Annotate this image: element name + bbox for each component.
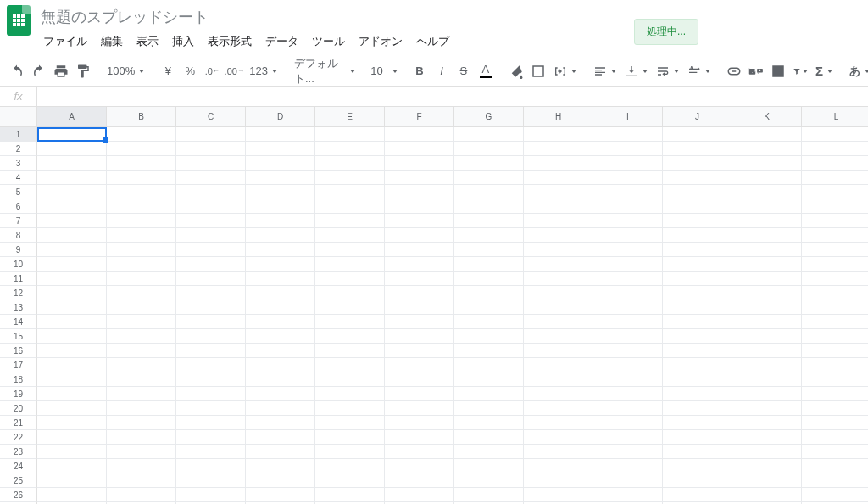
row-header-23[interactable]: 23 xyxy=(0,445,37,459)
text-wrap-dropdown[interactable] xyxy=(653,60,682,82)
cell-C13[interactable] xyxy=(176,300,246,315)
cell-L25[interactable] xyxy=(802,473,868,488)
cell-E18[interactable] xyxy=(315,372,385,387)
cell-A18[interactable] xyxy=(37,372,107,387)
cell-F16[interactable] xyxy=(385,344,454,358)
cell-G4[interactable] xyxy=(454,171,524,185)
cell-D8[interactable] xyxy=(246,228,315,243)
cell-D22[interactable] xyxy=(246,430,315,445)
cell-G23[interactable] xyxy=(454,445,524,459)
cell-K3[interactable] xyxy=(732,156,802,171)
cell-B12[interactable] xyxy=(107,286,176,300)
cell-C26[interactable] xyxy=(176,488,246,502)
cell-H13[interactable] xyxy=(524,300,593,315)
cell-E26[interactable] xyxy=(315,488,385,502)
cell-C24[interactable] xyxy=(176,459,246,473)
cell-D14[interactable] xyxy=(246,315,315,329)
cell-I12[interactable] xyxy=(593,286,663,300)
column-header-D[interactable]: D xyxy=(246,107,315,127)
column-header-I[interactable]: I xyxy=(593,107,663,127)
cell-B24[interactable] xyxy=(107,459,176,473)
cell-E20[interactable] xyxy=(315,401,385,416)
cell-E1[interactable] xyxy=(315,127,385,142)
cell-L13[interactable] xyxy=(802,300,868,315)
cell-K12[interactable] xyxy=(732,286,802,300)
cell-F9[interactable] xyxy=(385,243,454,257)
cell-F23[interactable] xyxy=(385,445,454,459)
cell-C23[interactable] xyxy=(176,445,246,459)
cell-A17[interactable] xyxy=(37,358,107,372)
cell-C16[interactable] xyxy=(176,344,246,358)
cell-B7[interactable] xyxy=(107,214,176,228)
cell-K10[interactable] xyxy=(732,257,802,272)
cell-H2[interactable] xyxy=(524,142,593,156)
cell-B13[interactable] xyxy=(107,300,176,315)
cell-L18[interactable] xyxy=(802,372,868,387)
cell-I6[interactable] xyxy=(593,199,663,214)
cell-H19[interactable] xyxy=(524,387,593,401)
cell-A14[interactable] xyxy=(37,315,107,329)
cell-G17[interactable] xyxy=(454,358,524,372)
cell-L26[interactable] xyxy=(802,488,868,502)
row-header-18[interactable]: 18 xyxy=(0,372,37,387)
cell-H5[interactable] xyxy=(524,185,593,199)
cell-F7[interactable] xyxy=(385,214,454,228)
cell-C7[interactable] xyxy=(176,214,246,228)
column-header-L[interactable]: L xyxy=(802,107,868,127)
cell-F24[interactable] xyxy=(385,459,454,473)
cell-D2[interactable] xyxy=(246,142,315,156)
cell-G14[interactable] xyxy=(454,315,524,329)
cell-G8[interactable] xyxy=(454,228,524,243)
cell-H25[interactable] xyxy=(524,473,593,488)
cell-F3[interactable] xyxy=(385,156,454,171)
cell-D4[interactable] xyxy=(246,171,315,185)
cell-C20[interactable] xyxy=(176,401,246,416)
row-header-8[interactable]: 8 xyxy=(0,228,37,243)
row-header-19[interactable]: 19 xyxy=(0,387,37,401)
cell-A13[interactable] xyxy=(37,300,107,315)
cell-A11[interactable] xyxy=(37,272,107,286)
cell-L22[interactable] xyxy=(802,430,868,445)
cell-A23[interactable] xyxy=(37,445,107,459)
cell-L23[interactable] xyxy=(802,445,868,459)
cell-L21[interactable] xyxy=(802,416,868,430)
cell-H7[interactable] xyxy=(524,214,593,228)
cell-A24[interactable] xyxy=(37,459,107,473)
cell-H4[interactable] xyxy=(524,171,593,185)
column-header-A[interactable]: A xyxy=(37,107,107,127)
cell-F14[interactable] xyxy=(385,315,454,329)
cell-E23[interactable] xyxy=(315,445,385,459)
row-header-20[interactable]: 20 xyxy=(0,401,37,416)
cell-B17[interactable] xyxy=(107,358,176,372)
cell-I2[interactable] xyxy=(593,142,663,156)
cell-D5[interactable] xyxy=(246,185,315,199)
cell-H8[interactable] xyxy=(524,228,593,243)
cell-E17[interactable] xyxy=(315,358,385,372)
cell-G12[interactable] xyxy=(454,286,524,300)
cell-A4[interactable] xyxy=(37,171,107,185)
cell-F5[interactable] xyxy=(385,185,454,199)
fill-color-button[interactable] xyxy=(506,60,526,82)
column-header-F[interactable]: F xyxy=(385,107,454,127)
cell-K1[interactable] xyxy=(732,127,802,142)
cell-E7[interactable] xyxy=(315,214,385,228)
cell-J12[interactable] xyxy=(663,286,732,300)
row-header-2[interactable]: 2 xyxy=(0,142,37,156)
cell-G7[interactable] xyxy=(454,214,524,228)
cell-L24[interactable] xyxy=(802,459,868,473)
cell-F13[interactable] xyxy=(385,300,454,315)
column-header-J[interactable]: J xyxy=(663,107,732,127)
cell-K16[interactable] xyxy=(732,344,802,358)
cell-B21[interactable] xyxy=(107,416,176,430)
cell-G18[interactable] xyxy=(454,372,524,387)
cell-L8[interactable] xyxy=(802,228,868,243)
cell-G11[interactable] xyxy=(454,272,524,286)
font-size-dropdown[interactable]: 10 xyxy=(369,60,399,82)
cell-D23[interactable] xyxy=(246,445,315,459)
row-header-21[interactable]: 21 xyxy=(0,416,37,430)
cell-A3[interactable] xyxy=(37,156,107,171)
column-header-E[interactable]: E xyxy=(315,107,385,127)
vertical-align-dropdown[interactable] xyxy=(621,60,651,82)
cell-G21[interactable] xyxy=(454,416,524,430)
cell-F18[interactable] xyxy=(385,372,454,387)
